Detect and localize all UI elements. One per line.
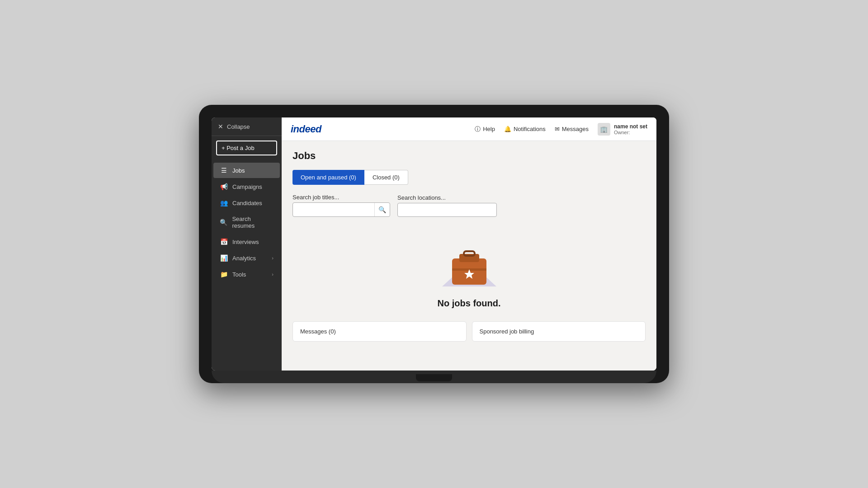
sidebar-item-jobs[interactable]: ☰ Jobs xyxy=(213,163,280,178)
job-title-input[interactable] xyxy=(293,203,374,216)
messages-card[interactable]: Messages (0) xyxy=(292,321,467,342)
jobs-icon: ☰ xyxy=(220,167,228,174)
header-nav: ⓘ Help 🔔 Notifications ✉ Messages 🏢 xyxy=(475,123,647,136)
sidebar-item-analytics[interactable]: 📊 Analytics › xyxy=(213,250,280,266)
briefcase-illustration xyxy=(433,237,505,291)
page-content: Jobs Open and paused (0) Closed (0) Sear… xyxy=(282,141,656,371)
search-resumes-icon: 🔍 xyxy=(220,219,227,226)
no-jobs-message: No jobs found. xyxy=(438,298,501,309)
campaigns-icon: 📢 xyxy=(220,183,228,190)
user-avatar: 🏢 xyxy=(598,123,610,136)
user-role: Owner: xyxy=(614,130,647,135)
location-label: Search locations... xyxy=(397,194,497,201)
notifications-label: Notifications xyxy=(514,126,546,132)
collapse-button[interactable]: ✕ Collapse xyxy=(212,117,282,136)
help-icon: ⓘ xyxy=(475,125,481,133)
user-name: name not set xyxy=(614,123,647,130)
collapse-label: Collapse xyxy=(227,123,250,130)
post-job-button[interactable]: + Post a Job xyxy=(216,141,277,155)
laptop-frame: ✕ Collapse + Post a Job ☰ Jobs 📢 Campaig… xyxy=(199,105,669,383)
sidebar-item-label: Search resumes xyxy=(232,216,274,229)
job-title-input-wrap: 🔍 xyxy=(292,202,390,217)
messages-link[interactable]: ✉ Messages xyxy=(555,126,589,132)
user-menu[interactable]: 🏢 name not set Owner: xyxy=(598,123,647,136)
bottom-cards: Messages (0) Sponsored job billing xyxy=(292,321,646,342)
app-logo: indeed xyxy=(291,123,321,135)
location-search-field: Search locations... xyxy=(397,194,497,217)
notifications-link[interactable]: 🔔 Notifications xyxy=(504,126,546,132)
empty-state: No jobs found. xyxy=(292,228,646,318)
sidebar-item-search-resumes[interactable]: 🔍 Search resumes xyxy=(213,211,280,233)
location-input[interactable] xyxy=(397,203,497,217)
close-icon: ✕ xyxy=(218,123,223,130)
interviews-icon: 📅 xyxy=(220,238,228,245)
envelope-icon: ✉ xyxy=(555,126,560,132)
job-title-label: Search job titles... xyxy=(292,194,390,201)
sidebar: ✕ Collapse + Post a Job ☰ Jobs 📢 Campaig… xyxy=(212,117,282,371)
bell-icon: 🔔 xyxy=(504,126,511,132)
sidebar-item-label: Campaigns xyxy=(232,183,262,190)
chevron-right-icon: › xyxy=(272,255,274,261)
search-filters: Search job titles... 🔍 Search locations.… xyxy=(292,194,646,217)
svg-rect-3 xyxy=(464,251,475,256)
candidates-icon: 👥 xyxy=(220,199,228,206)
sidebar-item-label: Candidates xyxy=(232,200,262,206)
billing-card[interactable]: Sponsored job billing xyxy=(472,321,646,342)
tab-closed[interactable]: Closed (0) xyxy=(364,170,408,185)
sidebar-item-label: Jobs xyxy=(232,167,245,174)
tab-open-paused[interactable]: Open and paused (0) xyxy=(292,170,364,185)
laptop-notch xyxy=(416,374,452,381)
sidebar-item-label: Analytics xyxy=(232,255,256,262)
header: indeed ⓘ Help 🔔 Notifications ✉ xyxy=(282,117,656,141)
sidebar-item-label: Interviews xyxy=(232,239,259,245)
job-title-search-button[interactable]: 🔍 xyxy=(374,203,390,216)
sidebar-item-label: Tools xyxy=(232,271,246,278)
messages-label: Messages xyxy=(562,126,589,132)
tab-bar: Open and paused (0) Closed (0) xyxy=(292,170,646,185)
laptop-screen: ✕ Collapse + Post a Job ☰ Jobs 📢 Campaig… xyxy=(212,117,656,371)
analytics-icon: 📊 xyxy=(220,254,228,262)
app-container: ✕ Collapse + Post a Job ☰ Jobs 📢 Campaig… xyxy=(212,117,656,371)
help-label: Help xyxy=(483,126,495,132)
sidebar-item-interviews[interactable]: 📅 Interviews xyxy=(213,234,280,249)
page-title: Jobs xyxy=(292,150,646,162)
user-info: name not set Owner: xyxy=(614,123,647,135)
tools-icon: 📁 xyxy=(220,271,228,278)
laptop-base xyxy=(212,371,656,383)
help-link[interactable]: ⓘ Help xyxy=(475,125,495,133)
job-title-search-field: Search job titles... 🔍 xyxy=(292,194,390,217)
main-content: indeed ⓘ Help 🔔 Notifications ✉ xyxy=(282,117,656,371)
sidebar-item-candidates[interactable]: 👥 Candidates xyxy=(213,195,280,211)
sidebar-item-campaigns[interactable]: 📢 Campaigns xyxy=(213,179,280,194)
chevron-right-icon: › xyxy=(272,272,274,277)
sidebar-item-tools[interactable]: 📁 Tools › xyxy=(213,267,280,282)
sidebar-nav: ☰ Jobs 📢 Campaigns 👥 Candidates 🔍 Search… xyxy=(212,160,282,285)
